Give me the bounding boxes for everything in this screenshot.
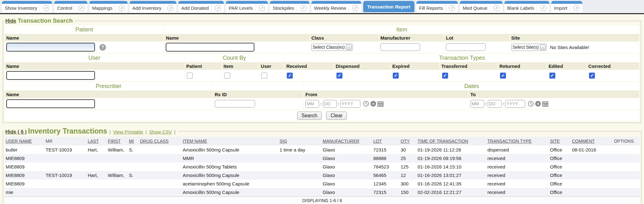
popout-icon[interactable]: ↗ [449, 5, 455, 11]
section-header-transaction-types: Transaction Types [285, 54, 639, 62]
popout-icon[interactable]: ↗ [540, 5, 547, 11]
cell-sig [279, 179, 322, 188]
clear-button[interactable]: Clear [326, 112, 347, 120]
cell-qty: 30 [400, 146, 417, 154]
col-header-comment[interactable]: COMMENT [571, 137, 608, 146]
col-header-drug-class[interactable]: DRUG CLASS [139, 137, 182, 146]
from-day-input[interactable] [323, 100, 337, 108]
popout-icon[interactable]: ↗ [573, 5, 580, 11]
checkbox-user[interactable] [261, 73, 267, 79]
clear-date-icon[interactable]: ✕ [370, 101, 376, 107]
clear-date-icon[interactable]: ✕ [535, 101, 541, 107]
to-year-input[interactable] [505, 100, 525, 108]
cell-comment [571, 163, 608, 171]
clock-icon[interactable] [363, 101, 369, 107]
date-to-label: To [469, 91, 639, 98]
cell-user-name: MIE8809 [5, 163, 45, 171]
tab-med-queue[interactable]: Med Queue↗ [460, 1, 502, 12]
col-header-sig[interactable]: SIG [279, 137, 322, 146]
col-header-manufacturer[interactable]: MANUFACTURER [322, 137, 372, 146]
tab-add-inventory[interactable]: Add Inventory↗ [130, 1, 177, 12]
popout-icon[interactable]: ↗ [259, 5, 265, 11]
col-header-first[interactable]: FIRST [107, 137, 128, 146]
class-picker-button[interactable]: ... [346, 45, 352, 50]
checkbox-edited[interactable]: ✓ [549, 73, 555, 79]
col-header-qty[interactable]: QTY [400, 137, 417, 146]
col-header-last[interactable]: LAST [87, 137, 107, 146]
popout-icon[interactable]: ↗ [78, 5, 85, 11]
cell-mi [128, 163, 139, 171]
help-icon[interactable]: ? [99, 44, 106, 51]
clock-icon[interactable] [528, 101, 534, 107]
tab-control[interactable]: Control↗ [54, 1, 87, 12]
checkbox-patient[interactable] [187, 73, 193, 79]
manufacturer-label: Manufacturer [379, 34, 444, 41]
hide-search-link[interactable]: Hide [5, 18, 16, 24]
tab-label: Stockpiles [273, 5, 294, 11]
table-row: MIE8809acetaminophen 500mg CapsuleGlaxo1… [5, 179, 640, 188]
col-header-label: TRANSACTION TYPE [487, 139, 532, 144]
checkbox-expired[interactable]: ✓ [393, 73, 399, 79]
from-year-input[interactable] [340, 100, 360, 108]
checkbox-dispensed[interactable]: ✓ [336, 73, 342, 79]
show-csv-link[interactable]: Show CSV [149, 129, 172, 135]
calendar-icon[interactable] [377, 101, 384, 107]
tab-show-inventory[interactable]: Show Inventory↗ [2, 1, 52, 12]
tab-stockpiles[interactable]: Stockpiles↗ [270, 1, 309, 12]
cell-mr: TEST-10019 [45, 171, 87, 179]
manufacturer-input[interactable] [380, 43, 420, 51]
checkbox-returned[interactable]: ✓ [500, 73, 506, 79]
tab-transaction-report[interactable]: Transaction Report [363, 1, 414, 12]
popout-icon[interactable]: ↗ [493, 5, 500, 11]
col-header-time-of-transaction[interactable]: TIME OF TRANSACTION [417, 137, 486, 146]
popout-icon[interactable]: ↗ [300, 5, 307, 11]
checkbox-cell-edited: ✓ [547, 70, 586, 81]
cell-comment [571, 179, 608, 188]
tab-blank-labels[interactable]: Blank Labels↗ [504, 1, 549, 12]
hide-results-link[interactable]: Hide ( 6 ) [5, 129, 27, 135]
site-picker-button[interactable]: ... [540, 45, 546, 50]
popout-icon[interactable]: ↗ [43, 5, 49, 11]
to-day-input[interactable] [488, 100, 502, 108]
popout-icon[interactable]: ↗ [352, 5, 358, 11]
class-select-box[interactable]: Select Class(es) ... [311, 44, 353, 51]
view-printable-link[interactable]: View Printable [113, 129, 143, 135]
site-select-box[interactable]: Select Site(s) ... [511, 44, 547, 51]
tab-accent-bar [270, 1, 309, 4]
lot-input[interactable] [446, 43, 486, 51]
tab-par-levels[interactable]: PAR Levels↗ [226, 1, 268, 12]
calendar-icon[interactable] [542, 101, 548, 107]
rx-id-input[interactable] [215, 100, 255, 108]
cell-transaction-type: received [486, 179, 549, 188]
tab-fill-reports[interactable]: Fill Reports↗ [416, 1, 458, 12]
patient-name-input[interactable] [6, 43, 95, 52]
col-header-user-name[interactable]: USER NAME [5, 137, 45, 146]
popout-icon[interactable]: ↗ [215, 5, 221, 11]
from-month-input[interactable] [305, 100, 319, 108]
cell-mr [45, 154, 87, 163]
item-name-input[interactable] [166, 43, 254, 52]
to-month-input[interactable] [470, 100, 484, 108]
rx-id-label: Rx ID [213, 91, 303, 98]
popout-icon[interactable]: ↗ [119, 5, 125, 11]
col-header-mi[interactable]: MI [128, 137, 139, 146]
col-header-site[interactable]: SITE [549, 137, 571, 146]
checkbox-transferred[interactable]: ✓ [442, 73, 448, 79]
col-header-item-name[interactable]: ITEM NAME [182, 137, 279, 146]
cell-sig [279, 171, 322, 179]
checkbox-received[interactable]: ✓ [287, 73, 293, 79]
tab-mappings[interactable]: Mappings↗ [89, 1, 128, 12]
col-header-transaction-type[interactable]: TRANSACTION TYPE [486, 137, 549, 146]
checkbox-item[interactable] [224, 73, 230, 79]
class-label: Class [310, 34, 378, 41]
search-button[interactable]: Search [297, 112, 322, 120]
prescriber-name-input[interactable] [6, 99, 95, 108]
user-name-input[interactable] [6, 71, 95, 80]
popout-icon[interactable]: ↗ [167, 5, 174, 11]
cell-drug-class [139, 163, 182, 171]
tab-add-donated[interactable]: Add Donated↗ [178, 1, 224, 12]
col-header-lot[interactable]: LOT [372, 137, 400, 146]
tab-weekly-review[interactable]: Weekly Review↗ [311, 1, 361, 12]
checkbox-corrected[interactable]: ✓ [589, 73, 595, 79]
tab-import[interactable]: Import↗ [551, 1, 583, 12]
